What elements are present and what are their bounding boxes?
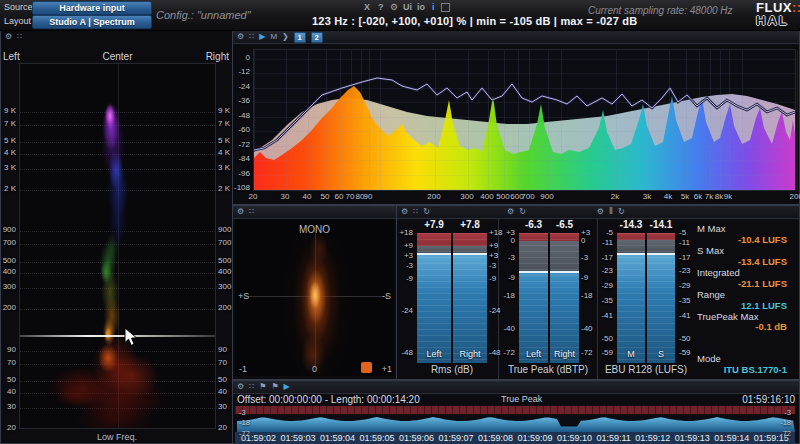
scale-tick: -17 (679, 254, 694, 262)
freq-tick: 4k (659, 193, 677, 201)
timecode-label: 01:59:05 (360, 433, 395, 443)
freq-tick-right: 200 (218, 304, 233, 312)
expand-icon[interactable]: ∷ (249, 382, 254, 392)
reset-icon[interactable]: ↻ (423, 207, 430, 217)
gear-icon[interactable]: ⚙ (237, 207, 244, 217)
freq-tick-right: 5 K (218, 137, 233, 145)
spectrogram-display[interactable] (19, 63, 216, 429)
help-icon[interactable]: ? (378, 2, 384, 12)
window-icon[interactable] (441, 3, 450, 12)
grid-line (435, 50, 436, 190)
freq-tick-right: 400 (218, 268, 233, 276)
channel-center-label: Center (1, 51, 234, 62)
scale-tick: -3 (581, 254, 596, 262)
timecode-ruler[interactable]: 01:59:0201:59:0301:59:0401:59:0501:59:06… (235, 432, 795, 444)
info-icon[interactable]: i (432, 2, 435, 12)
scale-tick: -50 (599, 335, 613, 343)
stat-value: -10.4 LUFS (738, 234, 787, 245)
vectorscope-display[interactable]: MONO +S -S -1 0 +1 (235, 219, 394, 376)
gear-icon[interactable]: ⚙ (5, 32, 12, 42)
scale-tick: -40 (499, 325, 515, 333)
timecode-label: 01:59:14 (714, 433, 749, 443)
scale-tick: -35 (679, 297, 694, 305)
timecode-label: 01:59:09 (518, 433, 553, 443)
channel-right-label: Right (206, 51, 229, 62)
expand-icon[interactable]: ∷ (249, 207, 254, 217)
play-icon[interactable]: ▶ (284, 382, 290, 392)
settings-icon[interactable]: ⚙ (390, 2, 398, 12)
m-button[interactable]: M (270, 32, 277, 42)
gear-icon[interactable]: ⚙ (597, 207, 604, 217)
gear-icon[interactable]: ⚙ (507, 207, 514, 217)
view-1-button[interactable]: 1 (294, 32, 306, 43)
mouse-cursor (124, 327, 138, 347)
freq-tick-right: 7 K (218, 120, 233, 128)
stat-value: ITU BS.1770-1 (724, 364, 787, 375)
timecode-label: 01:59:03 (281, 433, 316, 443)
gear-icon[interactable]: ⚙ (237, 382, 244, 392)
grid-line (529, 50, 530, 190)
play-icon[interactable]: ▶ (259, 32, 265, 42)
freq-tick: 2k (606, 193, 624, 201)
view-2-button[interactable]: 2 (311, 32, 323, 43)
source-select-button[interactable]: Hardware input (32, 1, 152, 15)
marker-1-icon[interactable]: ⚑ (259, 382, 266, 392)
channel-label: S (647, 349, 675, 359)
timecode-label: 01:59:11 (597, 433, 631, 443)
grid-line (710, 50, 711, 190)
grid-line (468, 50, 469, 190)
grid-line (742, 50, 743, 190)
meter-bar: M (617, 233, 645, 363)
db-tick: -3 (784, 408, 791, 417)
gear-icon[interactable]: ⚙ (237, 32, 244, 42)
meter-value: +7.8 (451, 219, 489, 230)
waveform-display[interactable] (235, 414, 795, 432)
source-label: Source (4, 2, 33, 12)
reset-icon[interactable]: ↻ (618, 207, 625, 217)
ui-toggle-icon[interactable]: Ui (403, 2, 412, 12)
freq-tick: 700 (519, 193, 537, 201)
close-icon[interactable]: X (364, 2, 370, 12)
reset-icon[interactable]: ↻ (519, 207, 526, 217)
freq-tick: 200 (425, 193, 443, 201)
db-tick: -72 (233, 141, 250, 149)
cursor-readout: 123 Hz : [-020, +100, +010] % | min = -1… (312, 15, 637, 27)
segments (617, 233, 645, 363)
freq-tick-right: 50 (218, 376, 233, 384)
freq-tick-left: 4 K (1, 149, 16, 157)
truepeak-band[interactable] (235, 406, 795, 414)
marker-2-icon[interactable]: ⚑ (271, 382, 278, 392)
freq-tick-right: 300 (218, 283, 233, 291)
low-freq-label: Low Freq. (1, 432, 233, 442)
config-name: Config.: "unnamed" (156, 9, 251, 21)
db-tick: -36 (233, 97, 250, 105)
scale-tick: -18 (499, 292, 515, 300)
spectrum-panel: ⚙ ∷ ▶ M ❯ 1 2 (232, 30, 800, 205)
scale-tick: +18 (397, 229, 413, 237)
grid-line (504, 50, 505, 190)
layout-select-button[interactable]: Studio A | Spectrum (32, 15, 152, 29)
spectrum-display[interactable] (253, 49, 796, 191)
freq-tick-left: 400 (1, 268, 16, 276)
expand-icon[interactable]: ∷ (17, 32, 22, 42)
scale-tick: -29 (679, 282, 694, 290)
scale-tick: -23 (679, 267, 694, 275)
meter-title: True Peak (dBTP) (498, 364, 598, 375)
scale-tick: -9 (499, 274, 515, 282)
channel-label: M (617, 349, 645, 359)
gear-icon[interactable]: ⚙ (401, 207, 408, 217)
freq-tick: 20 (244, 193, 262, 201)
pause-icon[interactable]: Ⅱ (609, 207, 613, 217)
io-toggle-icon[interactable]: io (417, 2, 425, 12)
db-tick: -108 (233, 184, 250, 192)
meter-bar: Right (453, 233, 487, 363)
channel-label: Right (550, 349, 579, 359)
expand-icon[interactable]: ∷ (413, 207, 418, 217)
freq-tick-right: 4 K (218, 149, 233, 157)
grid-line (369, 50, 370, 190)
arrow-button[interactable]: ❯ (282, 32, 289, 42)
grid-line (286, 50, 287, 190)
timecode-label: 01:59:10 (557, 433, 592, 443)
db-tick: -72 (239, 429, 250, 438)
expand-icon[interactable]: ∷ (249, 32, 254, 42)
